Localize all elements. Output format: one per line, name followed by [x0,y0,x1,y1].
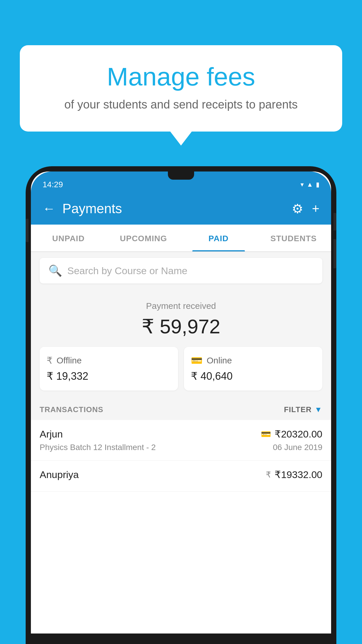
transaction-bottom: Physics Batch 12 Installment - 2 06 June… [40,443,322,452]
header-right: ⚙ + [292,201,319,216]
status-time: 14:29 [43,180,63,189]
search-input[interactable]: Search by Course or Name [67,265,187,276]
search-bar[interactable]: 🔍 Search by Course or Name [40,258,322,284]
transaction-name: Arjun [40,428,63,440]
speech-bubble-container: Manage fees of your students and send re… [20,45,342,132]
online-payment-card: 💳 Online ₹ 40,640 [184,347,322,391]
tab-unpaid[interactable]: UNPAID [31,225,106,251]
transaction-amount: ₹20320.00 [275,428,322,440]
payment-summary: Payment received ₹ 59,972 ₹ Offline ₹ 19… [31,289,331,399]
phone-screen: 14:29 ▾ ▲ ▮ ← Payments ⚙ + UNPAID UPCOMI… [31,172,331,634]
online-card-header: 💳 Online [191,355,315,366]
bubble-title: Manage fees [43,63,319,91]
app-header: ← Payments ⚙ + [31,192,331,225]
cash-icon: ₹ [47,355,52,366]
cash-payment-icon: ₹ [266,470,271,480]
tab-students[interactable]: STUDENTS [256,225,331,251]
phone-frame: 14:29 ▾ ▲ ▮ ← Payments ⚙ + UNPAID UPCOMI… [26,166,336,644]
tab-upcoming[interactable]: UPCOMING [106,225,181,251]
header-title: Payments [62,201,122,216]
status-icons: ▾ ▲ ▮ [301,181,319,188]
speech-bubble: Manage fees of your students and send re… [20,45,342,132]
settings-icon[interactable]: ⚙ [292,201,303,216]
payment-total-amount: ₹ 59,972 [40,315,322,338]
filter-icon: ▼ [314,405,322,414]
transaction-top: Anupriya ₹ ₹19332.00 [40,469,322,480]
back-button[interactable]: ← [43,201,55,216]
transactions-label: TRANSACTIONS [40,405,103,414]
card-payment-icon: 💳 [261,429,271,439]
offline-label: Offline [57,356,82,365]
transaction-amount-area: ₹ ₹19332.00 [266,469,322,480]
transaction-date: 06 June 2019 [273,443,322,452]
phone-side-button [333,239,336,268]
offline-payment-card: ₹ Offline ₹ 19,332 [40,347,178,391]
online-label: Online [207,356,232,365]
battery-icon: ▮ [316,181,319,188]
tabs-container: UNPAID UPCOMING PAID STUDENTS [31,225,331,252]
transactions-header: TRANSACTIONS FILTER ▼ [31,399,331,420]
transaction-row[interactable]: Arjun 💳 ₹20320.00 Physics Batch 12 Insta… [31,420,331,461]
header-left: ← Payments [43,201,122,216]
search-icon: 🔍 [48,264,62,277]
offline-amount: ₹ 19,332 [47,370,171,382]
card-icon: 💳 [191,355,203,366]
phone-volume-button [26,219,29,242]
search-container: 🔍 Search by Course or Name [31,252,331,289]
payment-cards: ₹ Offline ₹ 19,332 💳 Online ₹ 40,640 [40,347,322,391]
transaction-amount: ₹19332.00 [275,469,322,480]
transaction-top: Arjun 💳 ₹20320.00 [40,428,322,440]
transaction-name: Anupriya [40,469,79,480]
transaction-amount-area: 💳 ₹20320.00 [261,428,322,440]
offline-card-header: ₹ Offline [47,355,171,366]
tab-paid[interactable]: PAID [181,225,256,251]
transaction-course: Physics Batch 12 Installment - 2 [40,443,156,452]
online-amount: ₹ 40,640 [191,370,315,382]
bubble-subtitle: of your students and send receipts to pa… [43,98,319,111]
payment-received-label: Payment received [40,301,322,311]
transaction-row[interactable]: Anupriya ₹ ₹19332.00 [31,461,331,492]
filter-button[interactable]: FILTER ▼ [284,405,322,414]
add-icon[interactable]: + [312,201,319,216]
phone-notch [168,172,194,180]
wifi-icon: ▾ [301,181,304,188]
filter-label: FILTER [284,405,312,414]
signal-icon: ▲ [307,181,313,188]
phone-power-button [333,213,336,230]
